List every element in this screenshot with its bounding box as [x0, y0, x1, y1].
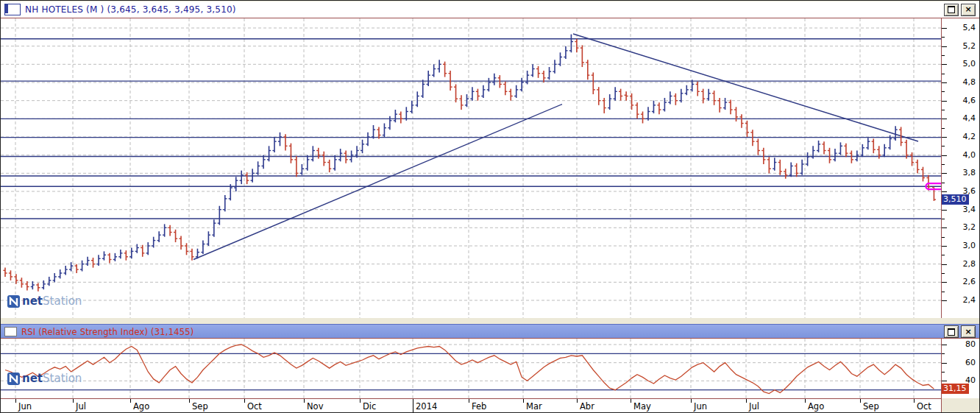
last-price-tag: 3,510 — [942, 194, 969, 205]
price-axis-label: 4,8 — [963, 77, 976, 87]
time-axis-label: Sep — [863, 401, 879, 412]
time-axis-label: Jul — [749, 401, 759, 412]
rsi-panel-title: RSI (Relative Strength Index) (31,1455) — [21, 327, 193, 337]
price-axis[interactable]: 5,45,25,04,84,64,44,24,03,83,63,43,23,02… — [942, 18, 980, 318]
price-axis-label: 2,6 — [963, 277, 976, 286]
time-axis-label: Oct — [247, 401, 262, 412]
time-axis[interactable]: JunJulAgoSepOctNovDic2014FebMarAbrMayJun… — [1, 398, 942, 413]
price-axis-label: 5,2 — [963, 41, 976, 51]
close-icon: × — [965, 5, 971, 13]
time-axis-label: Oct — [917, 401, 931, 412]
rsi-axis[interactable]: 80604031,15 — [942, 338, 980, 399]
time-axis-label: Dic — [363, 401, 376, 412]
maximize-button[interactable] — [944, 4, 959, 16]
price-axis-label: 2,8 — [963, 259, 976, 269]
price-axis-label: 5,4 — [963, 23, 976, 32]
close-button[interactable]: × — [961, 4, 976, 16]
rsi-value-tag: 31,15 — [942, 384, 969, 394]
price-axis-label: 5,0 — [963, 59, 976, 68]
price-axis-label: 4,6 — [963, 96, 976, 105]
rsi-axis-label: 60 — [965, 358, 976, 367]
rsi-window-icon — [4, 327, 17, 336]
bottom-right-corner — [942, 398, 980, 413]
netstation-window: NH HOTELES (M ) (3,645, 3,645, 3,495, 3,… — [0, 0, 980, 413]
time-axis-label: Ago — [808, 401, 824, 412]
rsi-axis-label: 80 — [965, 339, 976, 349]
time-axis-label: May — [633, 401, 651, 412]
price-axis-label: 3,8 — [963, 168, 976, 177]
price-axis-label: 4,0 — [963, 150, 976, 160]
time-axis-label: 2014 — [416, 401, 437, 412]
time-axis-label: Feb — [472, 401, 486, 412]
time-axis-label: Sep — [192, 401, 208, 412]
maximize-icon — [948, 6, 955, 13]
price-axis-label: 4,4 — [963, 113, 976, 123]
price-axis-label: 4,2 — [963, 132, 976, 141]
price-axis-label: 3,2 — [963, 222, 976, 232]
rsi-close-button[interactable]: × — [961, 325, 976, 338]
price-chart-plot[interactable] — [1, 18, 942, 318]
time-axis-label: Jun — [18, 401, 32, 412]
time-axis-label: Jun — [694, 401, 707, 412]
rsi-panel-titlebar[interactable]: RSI (Relative Strength Index) (31,1455) … — [1, 324, 979, 339]
price-axis-label: 2,4 — [963, 295, 976, 305]
time-axis-label: Nov — [307, 401, 323, 412]
window-icon — [4, 4, 21, 15]
time-axis-label: Abr — [580, 401, 594, 412]
rsi-chart-plot[interactable] — [1, 338, 942, 399]
rsi-maximize-button[interactable] — [944, 325, 959, 338]
price-axis-label: 3,0 — [963, 241, 976, 250]
main-chart-titlebar[interactable]: NH HOTELES (M ) (3,645, 3,645, 3,495, 3,… — [1, 1, 979, 18]
time-axis-label: Jul — [76, 401, 86, 412]
price-axis-label: 3,4 — [963, 205, 976, 214]
rsi-maximize-icon — [948, 328, 955, 336]
time-axis-label: Ago — [133, 401, 149, 412]
rsi-close-icon: × — [965, 328, 971, 336]
main-chart-title: NH HOTELES (M ) (3,645, 3,645, 3,495, 3,… — [25, 4, 236, 15]
time-axis-label: Mar — [526, 401, 542, 412]
